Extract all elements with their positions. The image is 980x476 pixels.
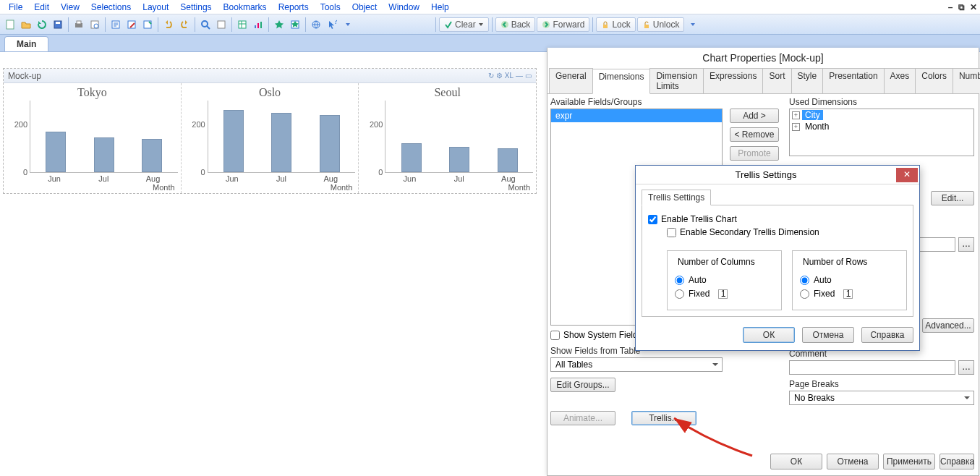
add-button[interactable]: Add >	[730, 109, 779, 123]
cols-fixed-input[interactable]	[718, 289, 728, 299]
tab-trellis-settings[interactable]: Trellis Settings	[642, 190, 711, 205]
menu-tools[interactable]: Tools	[315, 2, 346, 12]
tab-main[interactable]: Main	[4, 36, 48, 51]
menu-edit[interactable]: Edit	[28, 2, 55, 12]
edit-expression-button[interactable]: Edit...	[931, 191, 974, 205]
tab-style[interactable]: Style	[791, 68, 824, 93]
show-fields-table-dropdown[interactable]: All Tables	[550, 357, 723, 372]
fastchange-icon[interactable]: ⚙	[496, 72, 503, 80]
tree-row[interactable]: +Month	[790, 121, 973, 132]
bookmarks-browse-icon[interactable]	[288, 17, 302, 32]
minimize-icon[interactable]: –	[948, 2, 953, 12]
tab-expressions[interactable]: Expressions	[703, 68, 763, 93]
print-icon[interactable]	[72, 17, 86, 32]
cols-fixed-radio[interactable]	[675, 289, 684, 299]
search-icon[interactable]	[198, 17, 213, 32]
print-preview-icon[interactable]	[88, 17, 102, 32]
restore-icon[interactable]: ⧉	[958, 2, 965, 12]
refresh-icon[interactable]	[35, 17, 49, 32]
rows-auto-radio[interactable]	[800, 276, 809, 285]
close-icon[interactable]: ✕	[896, 168, 918, 182]
menu-reports[interactable]: Reports	[273, 2, 315, 12]
redo-icon[interactable]	[177, 17, 192, 32]
used-dimensions-tree[interactable]: +City +Month	[789, 109, 974, 156]
trellis-help-button[interactable]: Справка	[861, 327, 913, 343]
clear-button[interactable]: Clear	[439, 17, 489, 32]
undo-icon[interactable]	[161, 17, 176, 32]
edit-groups-button[interactable]: Edit Groups...	[550, 378, 615, 392]
tab-colors[interactable]: Colors	[915, 68, 953, 93]
minimize-object-icon[interactable]: —	[516, 72, 523, 80]
cancel-button[interactable]: Отмена	[827, 454, 879, 469]
tab-dimensions[interactable]: Dimensions	[592, 69, 651, 94]
tab-dimension-limits[interactable]: Dimension Limits	[649, 68, 704, 93]
page-breaks-dropdown[interactable]: No Breaks	[789, 391, 974, 405]
tab-number[interactable]: Number	[953, 68, 980, 93]
open-folder-icon[interactable]	[19, 17, 33, 32]
plot-area: 0200	[208, 101, 356, 173]
menu-selections[interactable]: Selections	[85, 2, 137, 12]
tab-presentation[interactable]: Presentation	[822, 68, 884, 93]
help-button[interactable]: Справка	[939, 454, 974, 469]
close-icon[interactable]: ✕	[970, 2, 977, 12]
new-file-icon[interactable]	[3, 17, 17, 32]
expand-icon[interactable]: +	[792, 111, 800, 119]
list-item[interactable]: expr	[551, 109, 722, 122]
tablebox-icon[interactable]	[235, 17, 250, 32]
rows-fixed-radio[interactable]	[800, 289, 809, 299]
trellis-cancel-button[interactable]: Отмена	[802, 327, 854, 343]
partial-reload-icon[interactable]	[140, 17, 155, 32]
advanced-button[interactable]: Advanced...	[922, 318, 974, 333]
cycle-icon[interactable]: ↻	[488, 72, 494, 80]
menu-bookmarks[interactable]: Bookmarks	[218, 2, 273, 12]
menu-view[interactable]: View	[55, 2, 85, 12]
menu-layout[interactable]: Layout	[137, 2, 174, 12]
bookmark-star-icon[interactable]	[272, 17, 286, 32]
chart-object[interactable]: Mock-up ↻ ⚙ XL — ▭ Tokyo0200JunJulAugMon…	[3, 68, 537, 194]
tab-axes[interactable]: Axes	[884, 68, 916, 93]
cols-auto-radio[interactable]	[675, 276, 684, 285]
export-xl-icon[interactable]: XL	[505, 72, 514, 80]
save-icon[interactable]	[51, 17, 65, 32]
unlock-button[interactable]: Unlock	[637, 17, 685, 32]
back-button[interactable]: Back	[495, 17, 536, 32]
tree-row[interactable]: +City	[790, 109, 973, 121]
expand-icon[interactable]: +	[792, 123, 800, 131]
x-tick-label: Aug	[498, 174, 519, 183]
chart-titlebar[interactable]: Mock-up ↻ ⚙ XL — ▭	[4, 69, 536, 83]
apply-button[interactable]: Применить	[883, 454, 935, 469]
label-expr-button[interactable]: …	[958, 237, 974, 252]
comment-expr-button[interactable]: …	[958, 360, 974, 375]
trellis-ok-button[interactable]: ОК	[743, 327, 795, 343]
dropdown-chevron-icon[interactable]	[686, 17, 700, 32]
reload-icon[interactable]	[124, 17, 139, 32]
promote-button[interactable]: Promote	[730, 146, 779, 161]
x-tick-label: Jun	[222, 174, 242, 183]
animate-button[interactable]: Animate...	[550, 411, 615, 425]
help-pointer-icon[interactable]: ?	[325, 17, 339, 32]
webview-icon[interactable]	[309, 17, 323, 32]
dropdown-chevron-icon[interactable]	[341, 17, 355, 32]
maximize-object-icon[interactable]: ▭	[525, 72, 532, 80]
menu-file[interactable]: File	[3, 2, 28, 12]
show-system-fields-checkbox[interactable]	[550, 331, 560, 340]
enable-trellis-checkbox[interactable]	[648, 215, 657, 224]
remove-button[interactable]: < Remove	[730, 127, 779, 142]
selections-icon[interactable]	[214, 17, 229, 32]
rows-fixed-input[interactable]	[843, 289, 853, 299]
menu-window[interactable]: Window	[383, 2, 425, 12]
menu-settings[interactable]: Settings	[174, 2, 217, 12]
chart-icon[interactable]	[251, 17, 265, 32]
lock-button[interactable]: Lock	[596, 17, 635, 32]
menu-help[interactable]: Help	[425, 2, 455, 12]
tab-general[interactable]: General	[549, 68, 593, 93]
tab-sort[interactable]: Sort	[762, 68, 791, 93]
forward-button[interactable]: Forward	[537, 17, 589, 32]
edit-script-icon[interactable]	[108, 17, 123, 32]
menu-object[interactable]: Object	[346, 2, 383, 12]
comment-field[interactable]	[789, 360, 955, 375]
bar	[271, 113, 291, 173]
trellis-button[interactable]: Trellis...	[631, 411, 696, 425]
ok-button[interactable]: ОК	[770, 454, 822, 469]
enable-secondary-checkbox[interactable]	[667, 228, 676, 237]
